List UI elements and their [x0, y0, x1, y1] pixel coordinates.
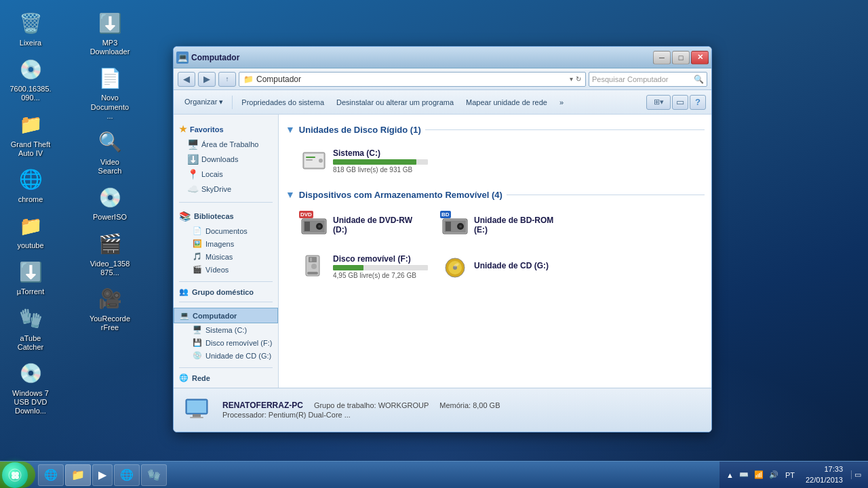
sidebar-item-unidade-cd[interactable]: 💿 Unidade de CD (G:): [174, 349, 278, 362]
drives-grid: Sistema (C:) 818 GB livre(s) de 931 GB: [285, 140, 705, 186]
sidebar-item-skydrive[interactable]: ☁️ SkyDrive: [174, 182, 278, 197]
libraries-section: 📚 Bibliotecas 📄 Documentos 🖼️ Imagens 🎵 …: [174, 205, 278, 279]
address-bar[interactable]: 📁 Computador ▾ ↻: [239, 72, 586, 87]
favorites-label: Favoritos: [190, 125, 224, 134]
desktop-icon-win7dvd[interactable]: 💿 Windows 7 USB DVD Downlo...: [7, 357, 54, 419]
poweriso-icon: 💿: [96, 184, 123, 211]
address-dropdown-icon[interactable]: ▾: [570, 75, 573, 83]
search-icon[interactable]: 🔍: [694, 75, 704, 84]
tray-volume-icon[interactable]: 🔊: [768, 470, 780, 479]
drive-dvd-rw-d[interactable]: DVD Unidade de DVD-RW (D:): [296, 208, 432, 243]
disco-removivel-f-info: Disco removível (F:) 4,95 GB livre(s) de…: [333, 254, 428, 279]
taskbar-media[interactable]: ▶: [92, 464, 113, 486]
novo-icon: 📄: [96, 64, 123, 92]
disco-removivel-label: Disco removível (F:): [205, 339, 272, 347]
drive-bd-rom-e[interactable]: BD Unidade de BD-ROM (E:): [437, 208, 573, 243]
preview-button[interactable]: ▭: [672, 95, 688, 110]
search-placeholder-text: Pesquisar Computador: [592, 75, 692, 83]
tray-lang[interactable]: PT: [783, 471, 797, 479]
desktop-icon-mp3dl[interactable]: ⬇️ MP3 Downloader: [86, 7, 134, 59]
tray-show-desktop-icon[interactable]: ▭: [851, 470, 863, 479]
up-button[interactable]: ↑: [218, 72, 236, 87]
maximize-button[interactable]: □: [672, 51, 690, 64]
drive-sistema-c[interactable]: Sistema (C:) 818 GB livre(s) de 931 GB: [296, 143, 432, 178]
desktop-icon-7600[interactable]: 💿 7600.16385.090...: [7, 53, 54, 105]
svg-rect-4: [306, 159, 313, 161]
desktop-icon-videosearch[interactable]: 🔍 Video Search: [86, 126, 134, 178]
forward-button[interactable]: ▶: [198, 72, 216, 87]
favorites-star-icon: ★: [179, 124, 187, 134]
dvd-rw-name: Unidade de DVD-RW (D:): [333, 216, 428, 235]
sidebar-item-videos[interactable]: 🎬 Vídeos: [174, 263, 278, 276]
help-button[interactable]: ?: [690, 95, 706, 110]
view-options-button[interactable]: ⊞▾: [646, 95, 671, 110]
address-refresh-icon[interactable]: ↻: [576, 75, 581, 83]
grupo-domestico-header[interactable]: 👥 Grupo doméstico: [174, 285, 278, 299]
propriedades-button[interactable]: Propriedades do sistema: [236, 94, 330, 111]
svg-rect-18: [307, 272, 318, 274]
svg-rect-25: [187, 401, 206, 413]
back-button[interactable]: ◀: [178, 72, 195, 87]
desktop-icon-area: 🗑️ Lixeira 💿 7600.16385.090... 📁 Grand T…: [0, 0, 170, 434]
taskbar-items: 🌐 📁 ▶ 🌐 🧤: [35, 462, 719, 488]
sidebar-item-sistema-c[interactable]: 🖥️ Sistema (C:): [174, 323, 278, 336]
sidebar-item-disco-removivel[interactable]: 💾 Disco removível (F:): [174, 336, 278, 349]
sidebar-divider-2: [179, 281, 273, 282]
favorites-header[interactable]: ★ Favoritos: [174, 121, 278, 137]
sidebar-item-locais[interactable]: 📍 Locais: [174, 167, 278, 182]
rede-icon: 🌐: [179, 373, 189, 382]
address-text: Computador: [256, 75, 567, 84]
tray-expand-icon[interactable]: ▲: [725, 471, 735, 479]
downloads-icon: ⬇️: [187, 154, 198, 165]
desktop-icon-poweriso[interactable]: 💿 PowerISO: [86, 181, 134, 224]
taskbar-chrome[interactable]: 🌐: [114, 464, 140, 486]
sidebar-item-area-trabalho[interactable]: 🖥️ Área de Trabalho: [174, 137, 278, 152]
tray-network-icon[interactable]: 📶: [753, 470, 765, 479]
close-button[interactable]: ✕: [691, 51, 709, 64]
sidebar-item-downloads[interactable]: ⬇️ Downloads: [174, 152, 278, 167]
video-label: Video_1358875...: [89, 260, 131, 277]
taskbar-atube[interactable]: 🧤: [141, 464, 167, 486]
more-button[interactable]: »: [554, 94, 569, 111]
desktop-icon-utorrent[interactable]: ⬇️ µTorrent: [7, 256, 54, 299]
desktop-icon-lixeira[interactable]: 🗑️ Lixeira: [7, 7, 54, 50]
organizar-button[interactable]: Organizar ▾: [179, 94, 229, 111]
sidebar-item-musicas[interactable]: 🎵 Músicas: [174, 250, 278, 263]
taskbar-explorer[interactable]: 📁: [65, 464, 91, 486]
taskbar-ie[interactable]: 🌐: [38, 464, 64, 486]
explorer-window: 💻 Computador ─ □ ✕ ◀ ▶ ↑ 📁 Computador ▾ …: [173, 46, 712, 432]
desktop-icon-atube[interactable]: 🧤 aTube Catcher: [7, 302, 54, 354]
removable-section-header[interactable]: ▼ Dispositivos com Armazenamento Removív…: [285, 189, 705, 200]
taskbar-clock[interactable]: 17:33 22/01/2013: [800, 464, 848, 485]
desinstalar-button[interactable]: Desinstalar ou alterar um programa: [331, 94, 459, 111]
mapear-button[interactable]: Mapear unidade de rede: [460, 94, 553, 111]
hdd-section-title: Unidades de Disco Rígido (1): [299, 125, 421, 135]
grupo-icon: 👥: [179, 287, 189, 296]
sistema-c-icon: 🖥️: [193, 325, 202, 334]
desktop-icon-gta4[interactable]: 📁 Grand Theft Auto IV: [7, 108, 54, 161]
locais-label: Locais: [201, 170, 223, 178]
desktop-icon-novo[interactable]: 📄 Novo Documento ...: [86, 62, 134, 123]
documentos-icon: 📄: [193, 226, 202, 235]
win7dvd-label: Windows 7 USB DVD Downlo...: [9, 389, 52, 416]
computer-header[interactable]: 💻 Computador: [174, 308, 278, 323]
desktop-icon-yourecorder[interactable]: 🎥 YouRecorderFree: [86, 283, 134, 335]
rede-header[interactable]: 🌐 Rede: [174, 371, 278, 385]
libraries-header[interactable]: 📚 Bibliotecas: [174, 208, 278, 224]
start-button[interactable]: [0, 462, 35, 488]
poweriso-label: PowerISO: [93, 213, 127, 222]
hdd-section-header[interactable]: ▼ Unidades de Disco Rígido (1): [285, 124, 705, 135]
desktop-icon-youtube[interactable]: 📁 youtube: [7, 209, 54, 253]
sidebar-item-imagens[interactable]: 🖼️ Imagens: [174, 237, 278, 250]
sidebar-item-documentos[interactable]: 📄 Documentos: [174, 224, 278, 237]
grupo-label: Grupo doméstico: [192, 288, 254, 296]
drive-disco-removivel-f[interactable]: Disco removível (F:) 4,95 GB livre(s) de…: [296, 249, 432, 284]
sidebar-divider-1: [179, 202, 273, 203]
minimize-button[interactable]: ─: [653, 51, 671, 64]
search-bar[interactable]: Pesquisar Computador 🔍: [589, 72, 707, 87]
desktop-icon-chrome[interactable]: 🌐 chrome: [7, 163, 54, 207]
drive-cd-g[interactable]: Unidade de CD (G:): [437, 249, 573, 284]
status-bar: RENATOFERRAZ-PC Grupo de trabalho: WORKG…: [174, 388, 711, 432]
desktop-icon-video[interactable]: 🎬 Video_1358875...: [86, 228, 134, 280]
locais-icon: 📍: [187, 169, 198, 180]
